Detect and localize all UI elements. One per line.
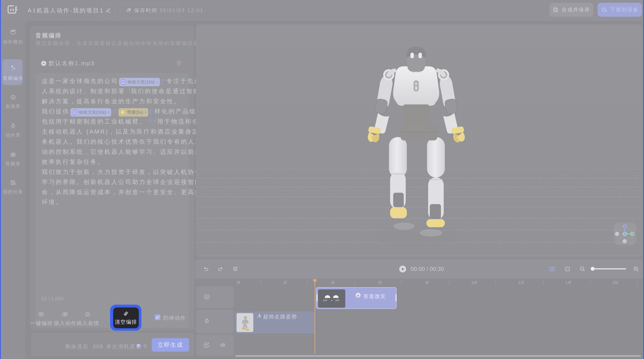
svg-text:X: X [632,233,633,235]
svg-text:Y: Y [624,233,626,235]
svg-text:Z: Z [624,225,626,228]
